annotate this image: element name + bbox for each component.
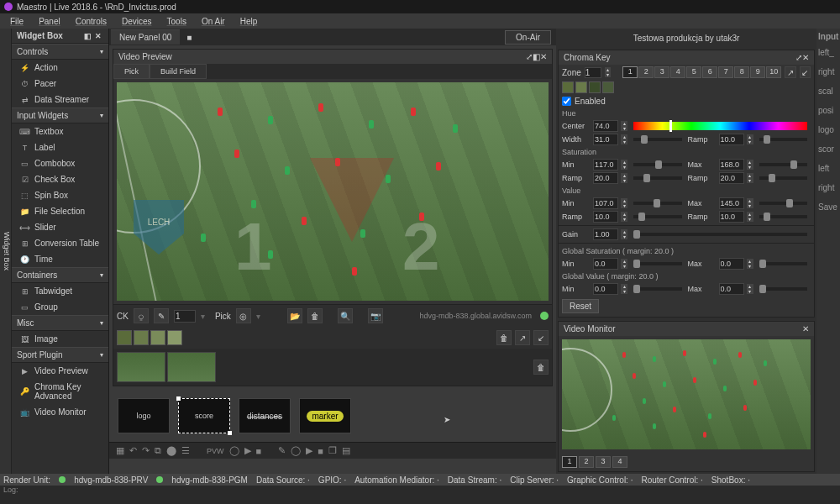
play2-icon[interactable]: ▶ — [306, 445, 312, 456]
link-icon[interactable]: ⍜ — [134, 308, 149, 323]
menu-help[interactable]: Help — [234, 15, 265, 28]
slider[interactable] — [759, 176, 808, 180]
ck-swatch[interactable] — [589, 81, 601, 93]
widget-item[interactable]: 🖼Image — [12, 331, 108, 347]
enabled-checkbox[interactable] — [562, 97, 571, 106]
gain[interactable] — [593, 228, 618, 240]
reset-button[interactable]: Reset — [562, 299, 599, 313]
section-header[interactable]: Controls — [12, 44, 108, 60]
widget-item[interactable]: ▭Combobox — [12, 155, 108, 171]
maximize-icon[interactable]: ⤢ — [795, 53, 802, 62]
vp-tab-pick[interactable]: Pick — [113, 64, 150, 79]
sat-min[interactable] — [593, 159, 618, 171]
widget-item[interactable]: ▶Video Preview — [12, 363, 108, 379]
zoom-icon[interactable]: 🔍 — [338, 308, 353, 323]
zone-button[interactable]: 8 — [734, 66, 749, 78]
widget-item[interactable]: ⊞Conversion Table — [12, 235, 108, 251]
slider[interactable] — [633, 138, 682, 141]
close-icon[interactable]: ✕ — [95, 32, 103, 40]
swatch[interactable] — [117, 330, 132, 345]
widget-item[interactable]: ⬚Spin Box — [12, 187, 108, 203]
grid-icon[interactable]: ▦ — [116, 445, 124, 456]
gval-min[interactable] — [593, 283, 618, 295]
delete-icon[interactable]: 🗑 — [533, 360, 549, 375]
onair-button[interactable]: On-Air — [505, 30, 551, 45]
slider[interactable] — [759, 215, 808, 218]
play-icon[interactable]: ▶ — [244, 445, 251, 456]
zone-button[interactable]: 7 — [718, 66, 733, 78]
mon-tab[interactable]: 1 — [562, 456, 577, 468]
section-header[interactable]: Containers — [12, 267, 108, 283]
slider[interactable] — [759, 287, 808, 291]
val-ramp2[interactable] — [719, 211, 744, 223]
ck-swatch[interactable] — [575, 81, 587, 93]
widget-item[interactable]: 🕐Time — [12, 251, 108, 267]
export-icon[interactable]: ↗ — [515, 330, 530, 345]
slider[interactable] — [633, 202, 682, 205]
section-header[interactable]: Input Widgets — [12, 108, 108, 123]
slider[interactable] — [759, 262, 808, 265]
thumbnail[interactable] — [117, 352, 165, 382]
val-min[interactable] — [593, 197, 618, 209]
ck-swatch[interactable] — [602, 81, 614, 93]
zone-button[interactable]: 4 — [670, 66, 685, 78]
zone-button[interactable]: 2 — [638, 66, 654, 78]
open-icon[interactable]: 📂 — [287, 308, 302, 323]
slider[interactable] — [633, 262, 682, 265]
prev-icon[interactable]: ◯ — [229, 445, 239, 456]
thumbnail[interactable] — [167, 352, 216, 382]
slider[interactable] — [633, 287, 682, 291]
stop-icon[interactable]: ■ — [256, 446, 262, 456]
stop2-icon[interactable]: ■ — [318, 446, 323, 456]
undo-icon[interactable]: ↶ — [129, 445, 137, 456]
stack-icon[interactable]: ▤ — [342, 445, 350, 456]
widget-item[interactable]: ▭Group — [12, 299, 108, 315]
mon-tab[interactable]: 3 — [596, 456, 611, 468]
edit-icon[interactable]: ✎ — [278, 445, 286, 456]
ck-swatch[interactable] — [562, 81, 574, 93]
menu-controls[interactable]: Controls — [69, 15, 113, 28]
tab-newpanel[interactable]: New Panel 00 — [111, 29, 180, 45]
zone-button[interactable]: 1 — [622, 66, 638, 78]
ck-number[interactable] — [174, 310, 196, 323]
widget-item[interactable]: ☑Check Box — [12, 171, 108, 187]
widget-item[interactable]: ⏱Pacer — [12, 76, 108, 92]
slider[interactable] — [633, 215, 682, 218]
widgetbox-tab[interactable]: Widget Box — [0, 29, 12, 474]
val-max[interactable] — [719, 197, 744, 209]
rec-icon[interactable]: ⬤ — [166, 445, 176, 456]
hue-ramp[interactable] — [719, 134, 744, 145]
close-icon[interactable]: ✕ — [802, 53, 809, 62]
swatch[interactable] — [134, 330, 149, 345]
zone-button[interactable]: 5 — [686, 66, 701, 78]
vp-tab-buildfield[interactable]: Build Field — [150, 64, 207, 79]
sat-ramp[interactable] — [593, 172, 618, 184]
zone-button[interactable]: 6 — [702, 66, 717, 78]
widget-item[interactable]: 📁File Selection — [12, 203, 108, 219]
close-icon[interactable]: ✕ — [540, 52, 547, 61]
close-icon[interactable]: ✕ — [802, 324, 809, 333]
mon-tab[interactable]: 2 — [579, 456, 594, 468]
gsat-max[interactable] — [719, 258, 744, 270]
redo-icon[interactable]: ↷ — [142, 445, 150, 456]
mon-tab[interactable]: 4 — [612, 456, 627, 468]
list-icon[interactable]: ☰ — [181, 445, 190, 456]
overlay-score[interactable]: score — [178, 398, 230, 433]
hue-width[interactable] — [593, 134, 618, 145]
sat-max[interactable] — [719, 159, 744, 171]
slider[interactable] — [633, 233, 807, 236]
undock-icon[interactable]: ◧ — [84, 32, 92, 40]
import-icon[interactable]: ↙ — [533, 330, 549, 345]
menu-panel[interactable]: Panel — [32, 15, 67, 28]
slider[interactable] — [759, 163, 808, 166]
slider[interactable] — [633, 176, 682, 180]
menu-file[interactable]: File — [3, 15, 30, 28]
section-header[interactable]: Misc — [12, 315, 108, 331]
widget-item[interactable]: TLabel — [12, 139, 108, 155]
sat-ramp2[interactable] — [719, 172, 744, 184]
slider[interactable] — [759, 138, 808, 141]
layers-icon[interactable]: ⧉ — [155, 445, 161, 456]
target-icon[interactable]: ◎ — [236, 308, 251, 323]
val-ramp[interactable] — [593, 211, 618, 223]
pin-icon[interactable]: ⤢ — [526, 52, 533, 61]
